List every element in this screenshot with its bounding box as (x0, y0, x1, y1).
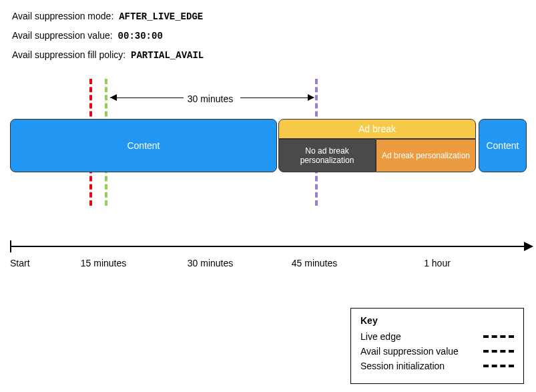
axis-ticklabel: 45 minutes (292, 258, 337, 268)
legend-swatch-avail (483, 350, 514, 353)
axis-ticklabel: 1 hour (424, 258, 451, 268)
legend-row: Live edge (360, 331, 514, 342)
axis-arrowhead-icon (524, 242, 533, 251)
content-block-2: Content (479, 119, 527, 172)
span-label: 30 minutes (110, 93, 310, 104)
axis-ticklabel: 30 minutes (188, 258, 233, 268)
span-arrow-line (240, 97, 314, 98)
legend-row: Avail suppression value (360, 346, 514, 357)
legend-row: Session initialization (360, 361, 514, 371)
config-params: Avail suppression mode: AFTER_LIVE_EDGE … (12, 7, 204, 65)
ad-personalization-block: Ad break personalization (376, 139, 476, 172)
value-value: 00:30:00 (118, 31, 163, 41)
timeline-chart: 30 minutes Content Ad break No ad break … (10, 79, 527, 279)
fill-value: PARTIAL_AVAIL (131, 50, 204, 61)
span-arrowhead-right-icon (308, 94, 314, 101)
legend-label: Avail suppression value (360, 346, 459, 357)
fill-label: Avail suppression fill policy: (12, 49, 125, 60)
axis-ticklabel: 15 minutes (81, 258, 126, 268)
axis-ticklabel: Start (10, 258, 30, 268)
legend-label: Session initialization (360, 361, 445, 371)
legend-swatch-live-edge (483, 335, 514, 338)
legend-label: Live edge (360, 331, 401, 342)
legend-box: Key Live edge Avail suppression value Se… (350, 308, 524, 384)
axis-line (10, 246, 524, 247)
no-personalization-block: No ad break personalization (278, 139, 376, 172)
axis-tick (10, 240, 11, 252)
mode-label: Avail suppression mode: (12, 11, 113, 21)
legend-swatch-session (483, 365, 514, 367)
mode-value: AFTER_LIVE_EDGE (119, 11, 203, 22)
content-block-1: Content (10, 119, 277, 172)
ad-break-block: Ad break (278, 119, 476, 139)
legend-title: Key (360, 315, 514, 326)
value-label: Avail suppression value: (12, 30, 113, 41)
